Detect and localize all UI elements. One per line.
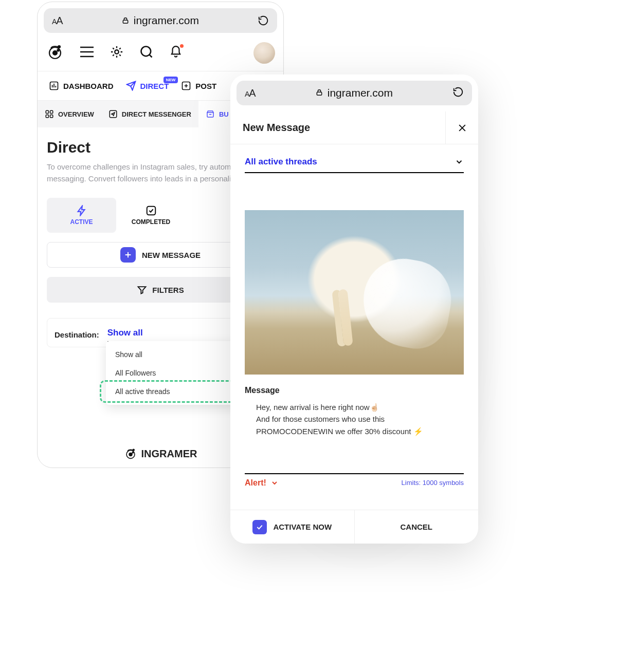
- svg-point-28: [132, 452, 133, 453]
- svg-rect-22: [110, 110, 117, 118]
- svg-rect-19: [50, 110, 53, 113]
- subtab-bulk-label: BU: [219, 110, 229, 118]
- attached-image[interactable]: [245, 210, 464, 375]
- status-completed[interactable]: COMPLETED: [116, 198, 186, 233]
- url-text: ingramer.com: [134, 14, 199, 27]
- tab-post-label: POST: [195, 82, 216, 90]
- cancel-label: CANCEL: [401, 522, 433, 531]
- svg-rect-23: [147, 207, 155, 215]
- new-message-label: NEW MESSAGE: [142, 251, 201, 259]
- modal-body: All active threads Message Hey, new arri…: [230, 144, 478, 488]
- phone-right: AA ingramer.com New Message All active t…: [230, 74, 478, 544]
- reload-icon[interactable]: [258, 15, 269, 26]
- limits-row: Alert! Limits: 1000 symbols: [245, 478, 464, 488]
- reload-icon[interactable]: [452, 86, 464, 100]
- app-header: [38, 33, 283, 71]
- dropdown-option[interactable]: Show all: [106, 345, 240, 364]
- svg-rect-21: [50, 115, 53, 118]
- destination-dropdown: Show all All Followers All active thread…: [106, 341, 240, 405]
- destination-label: Destination:: [55, 330, 99, 339]
- notification-dot: [180, 44, 184, 48]
- destination-value: Show all: [107, 328, 143, 338]
- url-text: ingramer.com: [328, 87, 393, 99]
- chevron-down-icon: [455, 157, 464, 166]
- limits-text: Limits: 1000 symbols: [402, 479, 464, 487]
- modal-footer: ACTIVATE NOW CANCEL: [230, 510, 478, 544]
- thread-select[interactable]: All active threads: [245, 154, 464, 173]
- plus-icon: [120, 247, 136, 263]
- modal-title: New Message: [243, 122, 310, 134]
- alert-toggle[interactable]: Alert!: [245, 478, 279, 488]
- url-display[interactable]: ingramer.com: [121, 14, 199, 27]
- message-text[interactable]: Hey, new arrival is here right now☝🏻 And…: [245, 401, 464, 437]
- bell-icon[interactable]: [169, 45, 183, 61]
- lock-icon: [121, 16, 130, 25]
- lock-icon: [315, 87, 323, 99]
- filter-icon: [137, 285, 147, 295]
- svg-rect-30: [317, 92, 321, 95]
- svg-rect-20: [46, 115, 48, 118]
- svg-line-10: [149, 54, 152, 57]
- message-divider: [245, 473, 464, 474]
- tab-dashboard-label: DASHBOARD: [63, 82, 114, 90]
- tab-dashboard[interactable]: DASHBOARD: [43, 81, 120, 91]
- address-bar: AA ingramer.com: [44, 8, 277, 33]
- hamburger-icon[interactable]: [80, 46, 94, 60]
- svg-point-4: [58, 46, 60, 48]
- dropdown-option-highlighted[interactable]: All active threads: [106, 382, 240, 401]
- svg-point-29: [133, 449, 134, 451]
- subtab-overview-label: OVERVIEW: [58, 110, 94, 118]
- subtab-dm-label: DIRECT MESSENGER: [122, 110, 191, 118]
- chevron-down-icon: [270, 479, 279, 487]
- app-logo-icon: [46, 43, 64, 63]
- brand-logo-icon: [124, 447, 137, 460]
- cancel-button[interactable]: CANCEL: [354, 510, 479, 544]
- dropdown-option[interactable]: All Followers: [106, 364, 240, 382]
- activate-label: ACTIVATE NOW: [273, 522, 332, 531]
- modal-header: New Message: [230, 111, 478, 144]
- text-size-control[interactable]: AA: [245, 87, 256, 99]
- activate-button[interactable]: ACTIVATE NOW: [230, 510, 354, 544]
- svg-point-2: [53, 51, 57, 55]
- subtab-direct-messenger[interactable]: DIRECT MESSENGER: [101, 101, 198, 127]
- close-icon: [457, 123, 467, 133]
- text-size-control[interactable]: AA: [52, 15, 63, 27]
- svg-rect-0: [123, 20, 128, 23]
- thread-select-value: All active threads: [245, 157, 317, 167]
- svg-point-8: [115, 50, 118, 53]
- filters-label: FILTERS: [152, 286, 184, 294]
- svg-rect-18: [46, 110, 48, 113]
- message-label: Message: [245, 386, 464, 395]
- alert-label: Alert!: [245, 478, 266, 488]
- footer-brand-text: INGRAMER: [141, 448, 197, 460]
- avatar[interactable]: [253, 42, 275, 64]
- status-completed-label: COMPLETED: [132, 218, 170, 226]
- url-display[interactable]: ingramer.com: [315, 87, 393, 99]
- tab-direct[interactable]: DIRECT NEW: [120, 81, 175, 91]
- svg-point-3: [57, 49, 59, 51]
- address-bar-right: AA ingramer.com: [237, 81, 472, 105]
- gear-icon[interactable]: [110, 45, 124, 61]
- check-icon: [252, 520, 267, 534]
- subtab-overview[interactable]: OVERVIEW: [38, 101, 101, 127]
- tab-post[interactable]: POST: [175, 81, 223, 91]
- status-active-label: ACTIVE: [70, 218, 93, 226]
- svg-point-9: [141, 47, 151, 57]
- status-active[interactable]: ACTIVE: [47, 198, 116, 233]
- search-icon[interactable]: [139, 45, 154, 61]
- close-button[interactable]: [445, 111, 478, 144]
- svg-point-27: [129, 453, 132, 456]
